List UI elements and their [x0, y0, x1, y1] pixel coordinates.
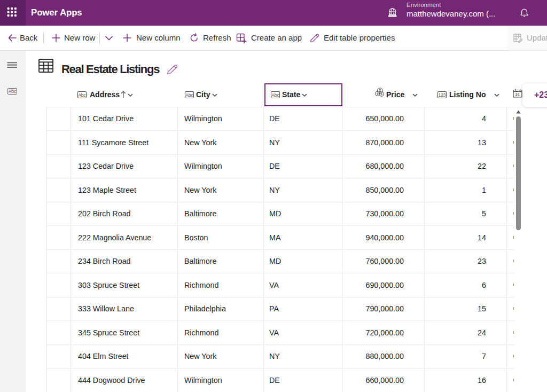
svg-text:21: 21: [515, 92, 520, 97]
svg-text:$: $: [381, 92, 383, 96]
svg-text:$: $: [379, 89, 381, 92]
